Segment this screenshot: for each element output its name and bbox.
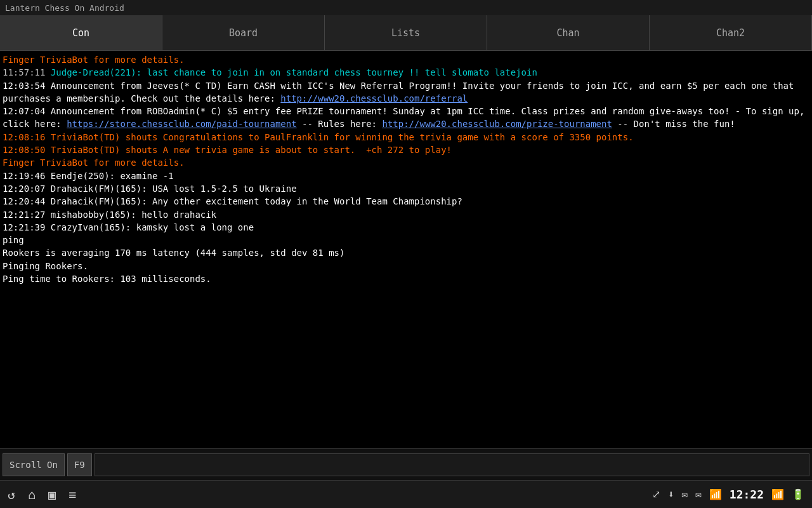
- tab-chan[interactable]: Chan: [487, 15, 650, 50]
- bottom-bar: Scroll On F9: [0, 448, 812, 480]
- chat-line: Rookers is averaging 170 ms latency (444…: [3, 246, 809, 259]
- chat-line: 12:08:16 TriviaBot(TD) shouts Congratula…: [3, 131, 809, 144]
- chat-input[interactable]: [95, 453, 809, 476]
- battery-icon: 🔋: [792, 488, 804, 500]
- tab-bar: Con Board Lists Chan Chan2: [0, 15, 812, 51]
- chat-line: 12:03:54 Announcement from Jeeves(* C TD…: [3, 79, 809, 105]
- email2-icon: ✉: [695, 488, 702, 500]
- chat-line: Ping time to Rookers: 103 milliseconds.: [3, 272, 809, 285]
- menu-icon[interactable]: ≡: [69, 487, 76, 502]
- back-icon[interactable]: ↺: [8, 487, 15, 502]
- chat-line: 12:07:04 Announcement from ROBOadmin(* C…: [3, 105, 809, 131]
- email-icon: ✉: [682, 488, 688, 500]
- system-bar: ↺ ⌂ ▣ ≡ ⤢ ⬇ ✉ ✉ 📶 12:22 📶 🔋: [0, 480, 812, 508]
- status-area: ⤢ ⬇ ✉ ✉ 📶 12:22 📶 🔋: [652, 488, 804, 501]
- tab-chan2[interactable]: Chan2: [650, 15, 812, 50]
- chat-line: Finger TriviaBot for more details.: [3, 53, 809, 66]
- scroll-on-button[interactable]: Scroll On: [3, 453, 65, 476]
- tab-lists[interactable]: Lists: [325, 15, 487, 50]
- title-bar: Lantern Chess On Android: [0, 0, 812, 15]
- chat-line: 12:21:27 mishabobby(165): hello drahacik: [3, 208, 809, 221]
- home-icon[interactable]: ⌂: [28, 487, 36, 502]
- signal-icon: 📶: [771, 488, 784, 500]
- expand-icon: ⤢: [652, 488, 660, 500]
- clock: 12:22: [730, 488, 764, 501]
- chat-line: 12:21:39 CrazyIvan(165): kamsky lost a l…: [3, 221, 809, 234]
- recent-apps-icon[interactable]: ▣: [48, 487, 56, 502]
- chat-line: 12:20:44 Drahacik(FM)(165): Any other ex…: [3, 195, 809, 208]
- wifi-icon: 📶: [709, 488, 722, 500]
- chat-line: 11:57:11 Judge-Dread(221): last chance t…: [3, 66, 809, 79]
- tab-con[interactable]: Con: [0, 15, 162, 50]
- chat-line: ping: [3, 234, 809, 246]
- f9-button[interactable]: F9: [67, 453, 92, 476]
- app-title: Lantern Chess On Android: [5, 3, 124, 13]
- chat-line: 12:20:07 Drahacik(FM)(165): USA lost 1.5…: [3, 182, 809, 195]
- chat-line: 12:08:50 TriviaBot(TD) shouts A new triv…: [3, 144, 809, 170]
- chat-area: Finger TriviaBot for more details.11:57:…: [0, 51, 812, 448]
- tab-board[interactable]: Board: [162, 15, 325, 50]
- chat-line: 12:19:46 Eendje(250): examine -1: [3, 170, 809, 182]
- chat-line: Pinging Rookers.: [3, 260, 809, 272]
- download-icon: ⬇: [668, 488, 674, 500]
